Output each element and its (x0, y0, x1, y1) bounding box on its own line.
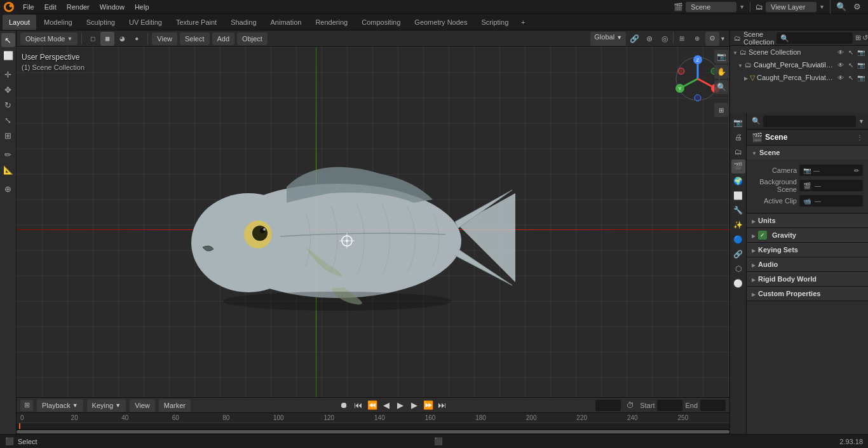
tab-uv-editing[interactable]: UV Editing (123, 15, 168, 30)
prop-material-icon[interactable]: ⚪ (731, 276, 745, 290)
shading-rendered[interactable]: ● (130, 32, 144, 46)
fish-select-icon[interactable]: ↖ (846, 73, 855, 82)
scene-section-header[interactable]: Scene (747, 146, 868, 160)
shading-material[interactable]: ◕ (115, 32, 129, 46)
keying-sets-header[interactable]: Keying Sets (747, 243, 868, 257)
tab-sculpting[interactable]: Sculpting (80, 15, 121, 30)
viewport-local-view-icon[interactable]: ⊞ (714, 103, 728, 117)
restrict-select-icon[interactable]: ↖ (846, 48, 855, 57)
collection-select-icon[interactable]: ↖ (846, 60, 855, 69)
units-section-header[interactable]: Units (747, 214, 868, 227)
prop-render-icon[interactable]: 📷 (731, 116, 745, 130)
search-icon-top[interactable]: 🔍 (834, 0, 848, 14)
restrict-render-icon[interactable]: 📷 (857, 48, 865, 57)
shading-solid[interactable]: ◼ (100, 32, 114, 46)
end-frame-input[interactable]: 250 (700, 400, 726, 411)
prop-physics-icon[interactable]: 🔵 (731, 233, 745, 247)
tool-measure[interactable]: 📐 (1, 163, 15, 177)
tool-add[interactable]: ⊕ (1, 182, 15, 196)
tab-layout[interactable]: Layout (3, 15, 36, 30)
fish-viewport-icon[interactable]: 👁 (836, 73, 845, 82)
collection-viewport-icon[interactable]: 👁 (836, 60, 845, 69)
rigid-body-section-header[interactable]: Rigid Body World (747, 272, 868, 286)
add-workspace-button[interactable]: + (516, 15, 530, 29)
outliner-scene-collection[interactable]: 🗂 Scene Collection 👁 ↖ 📷 (730, 46, 868, 58)
overlay-proportional[interactable]: ◎ (658, 32, 672, 46)
outliner-sync-icon[interactable]: ↺ (862, 34, 868, 42)
timeline-next-keyframe-button[interactable]: ▶ (408, 399, 421, 412)
timeline-play-button[interactable]: ▶ (394, 399, 407, 412)
preferences-icon[interactable]: ⚙ (850, 0, 864, 14)
viewport-options-1[interactable]: ⚙ (705, 32, 719, 46)
overlay-magnet[interactable]: 🔗 (627, 32, 641, 46)
transform-global-selector[interactable]: Global ▼ (590, 32, 626, 46)
tool-rotate[interactable]: ↻ (1, 98, 15, 112)
keying-button[interactable]: Keying ▼ (87, 399, 126, 412)
tool-move[interactable]: ✥ (1, 83, 15, 97)
tab-compositing[interactable]: Compositing (355, 15, 407, 30)
timeline-mode-icon[interactable]: ⊞ (20, 400, 33, 411)
menu-window[interactable]: Window (95, 0, 130, 14)
outliner-search-input[interactable] (776, 32, 853, 44)
viewport-3d[interactable]: User Perspective (1) Scene Collection Z … (17, 47, 729, 397)
timeline-scrollbar-thumb[interactable] (17, 430, 729, 433)
tab-shading[interactable]: Shading (224, 15, 262, 30)
outliner-filter-icon[interactable]: ⊞ (855, 34, 861, 42)
viewport-gizmos-toggle[interactable]: ⊕ (690, 32, 704, 46)
view-button[interactable]: View (152, 32, 177, 45)
tool-select[interactable]: ↖ (1, 33, 15, 47)
prop-constraints-icon[interactable]: 🔗 (731, 247, 745, 261)
prop-output-icon[interactable]: 🖨 (731, 130, 745, 144)
scene-selector[interactable]: Scene (686, 2, 736, 12)
prop-modifier-icon[interactable]: 🔧 (731, 203, 745, 217)
viewport-overlays-toggle[interactable]: ⊞ (675, 32, 689, 46)
tab-geometry-nodes[interactable]: Geometry Nodes (408, 15, 473, 30)
menu-edit[interactable]: Edit (39, 0, 62, 14)
background-scene-value[interactable]: 🎬 — (799, 180, 863, 191)
viewport-camera-view-icon[interactable]: 📷 (714, 50, 728, 64)
audio-section-header[interactable]: Audio (747, 257, 868, 271)
tool-scale[interactable]: ⤡ (1, 113, 15, 127)
prop-particles-icon[interactable]: ✨ (731, 218, 745, 232)
custom-props-header[interactable]: Custom Properties (747, 287, 868, 301)
menu-render[interactable]: Render (62, 0, 95, 14)
timeline-prev-frame-button[interactable]: ⏪ (366, 399, 379, 412)
menu-file[interactable]: File (18, 0, 39, 14)
timeline-prev-keyframe-button[interactable]: ◀ (380, 399, 393, 412)
camera-value[interactable]: 📷 — ✏ (799, 165, 863, 176)
timeline-jump-end-button[interactable]: ⏭ (436, 399, 449, 412)
view-layer-selector[interactable]: View Layer (766, 2, 817, 12)
prop-object-icon[interactable]: ⬜ (731, 189, 745, 203)
outliner-fish-item[interactable]: ▽ Caught_Perca_Fluviatilis_ 👁 ↖ 📷 (730, 71, 868, 84)
object-button[interactable]: Object (237, 32, 268, 45)
current-frame-input[interactable]: 1 (595, 400, 621, 411)
tab-texture-paint[interactable]: Texture Paint (170, 15, 223, 30)
tab-rendering[interactable]: Rendering (309, 15, 354, 30)
tab-modeling[interactable]: Modeling (37, 15, 79, 30)
playback-mode-button[interactable]: Playback ▼ (37, 399, 83, 412)
add-button[interactable]: Add (212, 32, 235, 45)
fish-render-icon[interactable]: 📷 (857, 73, 865, 82)
outliner-collection-item[interactable]: 🗂 Caught_Perca_Fluviatilis_Fish 👁 ↖ 📷 (730, 58, 868, 71)
collection-render-icon[interactable]: 📷 (857, 60, 865, 69)
marker-button[interactable]: Marker (159, 399, 191, 412)
tab-animation[interactable]: Animation (264, 15, 308, 30)
tool-annotate[interactable]: ✏ (1, 147, 15, 161)
timeline-record-button[interactable]: ⏺ (338, 399, 351, 412)
restrict-viewport-icon[interactable]: 👁 (836, 48, 845, 57)
viewport-zoom-icon[interactable]: 🔍 (714, 80, 728, 94)
shading-wireframe[interactable]: ◻ (86, 32, 100, 46)
prop-scene-icon[interactable]: 🎬 (731, 160, 745, 173)
select-button[interactable]: Select (180, 32, 210, 45)
timeline-view-button[interactable]: View (130, 399, 155, 412)
timeline-jump-start-button[interactable]: ⏮ (352, 399, 365, 412)
menu-help[interactable]: Help (130, 0, 154, 14)
overlay-snap[interactable]: ⊛ (642, 32, 656, 46)
scene-prop-options[interactable]: ⋮ (857, 134, 863, 141)
prop-world-icon[interactable]: 🌍 (731, 174, 745, 188)
timeline-next-frame-button[interactable]: ⏩ (422, 399, 435, 412)
tool-cursor[interactable]: ✛ (1, 67, 15, 81)
prop-view-layer-icon[interactable]: 🗂 (731, 145, 745, 159)
active-clip-value[interactable]: 📹 — (799, 195, 863, 207)
properties-options-icon[interactable]: ▼ (858, 118, 864, 125)
